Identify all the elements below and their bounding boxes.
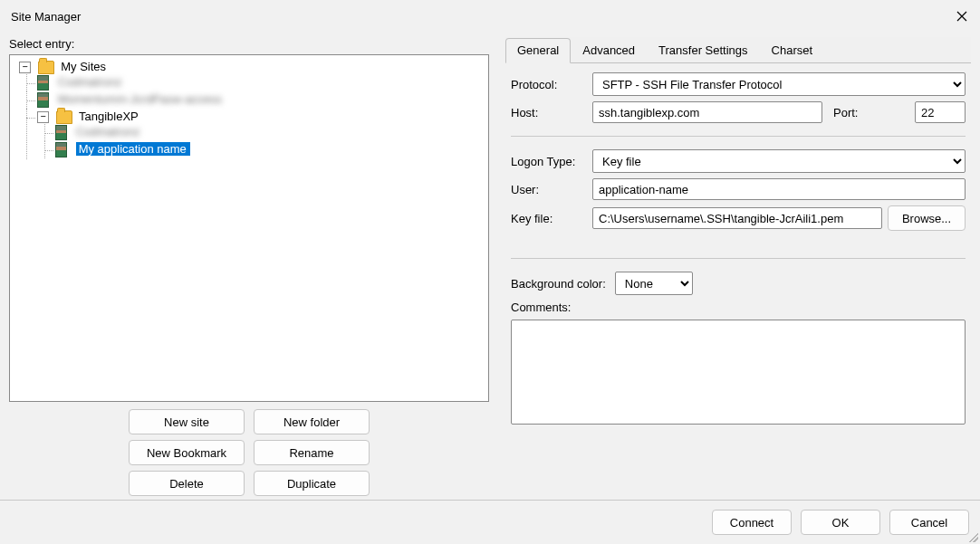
tab-transfer[interactable]: Transfer Settings — [647, 38, 760, 63]
cancel-button[interactable]: Cancel — [889, 510, 969, 535]
tree-label-blurred: Momentumm-JcrdPasw-access — [58, 92, 222, 106]
bg-color-label: Background color: — [511, 277, 606, 291]
tree-item[interactable]: Momentumm-JcrdPasw-access — [37, 91, 488, 109]
tree-label-root: My Sites — [61, 60, 106, 73]
server-icon — [55, 142, 67, 157]
rename-button[interactable]: Rename — [254, 440, 370, 465]
comments-textarea[interactable] — [511, 320, 966, 425]
server-icon — [37, 75, 49, 91]
collapse-icon[interactable]: − — [19, 62, 31, 73]
collapse-icon[interactable]: − — [37, 111, 49, 123]
titlebar: Site Manager — [0, 0, 980, 33]
browse-button[interactable]: Browse... — [888, 205, 966, 231]
separator — [511, 258, 966, 259]
site-manager-window: Site Manager Select entry: − My Sites — [0, 0, 980, 544]
folder-icon — [38, 61, 54, 74]
tree-label-blurred: Codmatronz — [58, 75, 122, 89]
folder-icon — [56, 110, 72, 124]
tree-label-blurred: Codmatronz — [76, 125, 140, 138]
keyfile-input[interactable] — [592, 207, 882, 229]
tab-charset[interactable]: Charset — [760, 38, 825, 63]
server-icon — [37, 92, 49, 108]
host-label: Host: — [511, 106, 587, 119]
protocol-label: Protocol: — [511, 78, 587, 91]
tree-label-selected: My application name — [76, 142, 190, 156]
server-icon — [55, 125, 67, 140]
tab-advanced[interactable]: Advanced — [571, 38, 647, 63]
port-label: Port: — [833, 106, 909, 119]
tree-item-selected[interactable]: My application name — [55, 141, 488, 158]
tabs: General Advanced Transfer Settings Chars… — [505, 37, 971, 63]
close-icon[interactable] — [947, 4, 976, 29]
site-tree[interactable]: − My Sites Codmatronz Momentumm — [9, 54, 489, 402]
new-site-button[interactable]: New site — [129, 409, 245, 434]
tree-label-tangible: TangibleXP — [79, 110, 139, 123]
general-form: Protocol: SFTP - SSH File Transfer Proto… — [505, 63, 971, 428]
tree-item[interactable]: Codmatronz — [37, 74, 488, 91]
port-input[interactable] — [915, 101, 966, 123]
tab-general[interactable]: General — [505, 38, 571, 63]
user-label: User: — [511, 183, 587, 196]
connect-button[interactable]: Connect — [712, 510, 792, 535]
delete-button[interactable]: Delete — [129, 471, 245, 496]
tree-folder-tangible[interactable]: − TangibleXP Codmatronz — [37, 109, 488, 159]
bg-color-select[interactable]: None — [615, 272, 693, 295]
logon-type-select[interactable]: Key file — [592, 149, 966, 173]
user-input[interactable] — [592, 178, 966, 200]
right-panel: General Advanced Transfer Settings Chars… — [505, 37, 971, 496]
tree-item[interactable]: Codmatronz — [55, 124, 488, 141]
new-bookmark-button[interactable]: New Bookmark — [129, 440, 245, 465]
protocol-select[interactable]: SFTP - SSH File Transfer Protocol — [592, 72, 966, 96]
select-entry-label: Select entry: — [9, 37, 489, 51]
logon-type-label: Logon Type: — [511, 155, 587, 168]
duplicate-button[interactable]: Duplicate — [254, 471, 370, 496]
tree-root[interactable]: − My Sites Codmatronz Momentumm — [19, 59, 488, 160]
new-folder-button[interactable]: New folder — [254, 409, 370, 434]
dialog-footer: Connect OK Cancel — [0, 500, 980, 544]
ok-button[interactable]: OK — [801, 510, 880, 535]
resize-grip-icon[interactable] — [967, 531, 978, 542]
keyfile-label: Key file: — [511, 212, 587, 225]
separator — [511, 136, 966, 137]
window-title: Site Manager — [11, 10, 81, 24]
site-buttons: New site New folder New Bookmark Rename … — [9, 409, 489, 496]
host-input[interactable] — [592, 101, 822, 123]
comments-label: Comments: — [511, 301, 966, 314]
left-panel: Select entry: − My Sites Codmatronz — [9, 37, 489, 496]
